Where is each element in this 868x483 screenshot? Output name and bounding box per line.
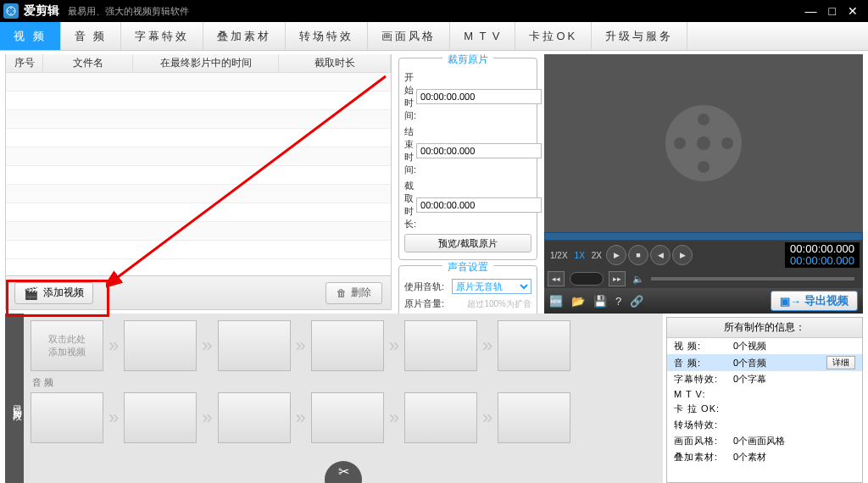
share-icon[interactable]: 🔗: [630, 295, 643, 308]
play-button[interactable]: ▶: [606, 245, 626, 265]
end-input[interactable]: [416, 143, 542, 158]
preview-crop-button[interactable]: 预览/截取原片: [404, 234, 531, 253]
tab-upgrade[interactable]: 升级与服务: [592, 22, 687, 50]
timeline-label: 已添加片段: [5, 314, 24, 483]
audio-strip-label: 音 频: [32, 376, 656, 389]
chevron-right-icon: »: [108, 335, 119, 357]
rewind-button[interactable]: ◂◂: [548, 271, 565, 286]
tab-style[interactable]: 画面风格: [368, 22, 450, 50]
crop-title: 裁剪原片: [442, 53, 493, 67]
app-logo-icon: [3, 3, 19, 19]
clip-slot[interactable]: [498, 320, 570, 371]
info-title: 所有制作的信息：: [667, 318, 862, 338]
speed-one[interactable]: 1X: [572, 251, 587, 260]
info-panel: 所有制作的信息： 视 频:0个视频音 频:0个音频详细字幕特效:0个字幕M T …: [666, 317, 863, 483]
info-key: 音 频:: [674, 357, 733, 369]
audio-slot[interactable]: [218, 392, 291, 443]
info-row: 视 频:0个视频: [667, 338, 862, 354]
tab-audio[interactable]: 音 频: [61, 22, 122, 50]
audio-strip: » » » » »: [31, 392, 656, 443]
clip-slot[interactable]: [404, 320, 477, 371]
info-row: 音 频:0个音频详细: [667, 354, 862, 371]
tab-video[interactable]: 视 频: [0, 22, 61, 50]
track-select[interactable]: 原片无音轨: [452, 279, 531, 294]
app-slogan: 最易用、强大的视频剪辑软件: [68, 5, 189, 18]
film-add-icon: 🎬: [24, 286, 38, 300]
stop-button[interactable]: ■: [628, 245, 648, 265]
info-row: 字幕特效:0个字幕: [667, 371, 862, 387]
audio-slot[interactable]: [404, 392, 477, 443]
audio-slot[interactable]: [31, 392, 103, 443]
audio-slot[interactable]: [124, 392, 197, 443]
detail-button[interactable]: 详细: [826, 356, 855, 369]
settings-panel: 裁剪原片 开始时间: 结束时间: 截取时长: 预览/截取原片 声音设置 使用音轨…: [392, 51, 544, 314]
preview-viewport[interactable]: [544, 54, 863, 232]
preview-panel: 1/2X 1X 2X ▶ ■ ◀ ▶ 00:00:00.000 00:00:00…: [544, 51, 868, 314]
delete-button[interactable]: 🗑 删除: [326, 282, 382, 304]
crop-fieldset: 裁剪原片 开始时间: 结束时间: 截取时长: 预览/截取原片: [398, 58, 537, 260]
info-key: 画面风格:: [674, 435, 733, 447]
add-video-label: 添加视频: [43, 286, 84, 300]
vol-label: 原片音量:: [404, 297, 452, 310]
info-val: 0个画面风格: [733, 435, 855, 447]
speed-half[interactable]: 1/2X: [548, 251, 570, 260]
film-reel-icon: [665, 105, 742, 181]
tab-overlay[interactable]: 叠加素材: [203, 22, 286, 50]
tab-karaoke[interactable]: 卡拉OK: [515, 22, 592, 50]
video-strip: 双击此处 添加视频 » » » » »: [31, 320, 656, 371]
new-icon[interactable]: 🆕: [549, 295, 563, 308]
end-label: 结束时间:: [404, 125, 416, 176]
timecode-b: 00:00:00.000: [790, 255, 854, 267]
info-row: 卡 拉 OK:: [667, 401, 862, 417]
export-button[interactable]: ▣→ 导出视频: [771, 291, 858, 311]
col-duration: 截取时长: [279, 54, 391, 72]
forward-button[interactable]: ▸▸: [609, 271, 626, 286]
vol-hint: 超过100%为扩音: [467, 298, 531, 310]
dur-input[interactable]: [416, 197, 542, 213]
export-label: 导出视频: [804, 293, 849, 308]
clip-slot[interactable]: [124, 320, 197, 371]
clip-slot[interactable]: [218, 320, 291, 371]
prev-frame-button[interactable]: ◀: [650, 245, 670, 265]
preview-volume-slider[interactable]: [651, 277, 854, 280]
info-row: M T V:: [667, 387, 862, 401]
speed-two[interactable]: 2X: [589, 251, 604, 260]
scissors-icon[interactable]: ✂: [325, 461, 362, 483]
next-frame-button[interactable]: ▶: [672, 245, 693, 265]
save-icon[interactable]: 💾: [593, 295, 607, 308]
mute-icon[interactable]: 🔈: [632, 274, 644, 285]
info-key: M T V:: [674, 389, 733, 399]
tab-subtitle[interactable]: 字幕特效: [121, 22, 203, 50]
minimize-icon[interactable]: ―: [805, 4, 817, 18]
svg-point-2: [10, 13, 12, 14]
playback-controls-2: ◂◂ ▸▸ 🔈: [544, 269, 863, 288]
open-icon[interactable]: 📂: [571, 295, 585, 308]
seek-bar[interactable]: [544, 232, 863, 241]
add-clip-slot[interactable]: 双击此处 添加视频: [31, 320, 103, 371]
clip-slot[interactable]: [311, 320, 384, 371]
sound-title: 声音设置: [442, 260, 493, 275]
list-body[interactable]: [6, 73, 391, 275]
add-video-button[interactable]: 🎬 添加视频: [14, 282, 93, 304]
col-filename: 文件名: [43, 54, 133, 72]
main-tabs: 视 频 音 频 字幕特效 叠加素材 转场特效 画面风格 M T V 卡拉OK 升…: [0, 22, 868, 51]
audio-slot[interactable]: [498, 392, 570, 443]
tab-mtv[interactable]: M T V: [450, 22, 515, 50]
start-input[interactable]: [416, 89, 542, 104]
info-val: 0个字幕: [733, 373, 855, 386]
col-timeline: 在最终影片中的时间: [133, 54, 279, 72]
info-key: 叠加素材:: [674, 451, 733, 464]
help-icon[interactable]: ?: [615, 295, 621, 308]
playback-controls: 1/2X 1X 2X ▶ ■ ◀ ▶ 00:00:00.000 00:00:00…: [544, 241, 863, 269]
track-label: 使用音轨:: [404, 280, 452, 293]
start-label: 开始时间:: [404, 71, 416, 122]
maximize-icon[interactable]: □: [829, 4, 836, 18]
info-row: 画面风格:0个画面风格: [667, 433, 862, 449]
jog-wheel[interactable]: [570, 272, 604, 286]
list-footer: 🎬 添加视频 🗑 删除: [6, 275, 391, 309]
tab-transition[interactable]: 转场特效: [286, 22, 368, 50]
close-icon[interactable]: ✕: [848, 4, 858, 18]
audio-slot[interactable]: [311, 392, 384, 443]
svg-point-3: [8, 10, 9, 12]
info-key: 卡 拉 OK:: [674, 402, 733, 415]
